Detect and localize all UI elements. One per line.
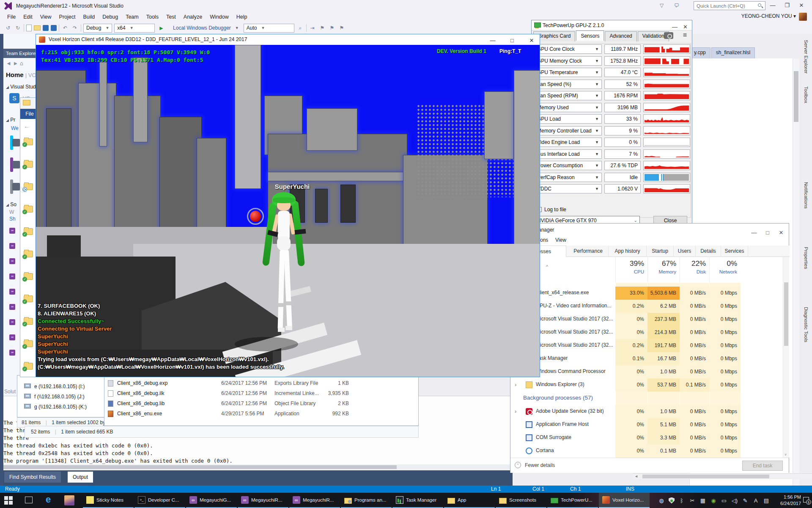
sort-indicator[interactable]: ^	[546, 264, 548, 269]
tab-find-symbol-results[interactable]: Find Symbol Results	[4, 472, 61, 483]
game-viewport[interactable]: SuperYuchi f:215 obj:933 hfo:0 spr:2 fon…	[36, 45, 540, 377]
file-row[interactable]: Client_x86_debug.exp 6/24/2017 12:56 PM …	[104, 378, 418, 388]
back-arrow-icon[interactable]: ←	[24, 122, 30, 130]
undo-icon[interactable]: ↶	[61, 24, 69, 32]
process-row[interactable]: Application Frame Host 0% 5.1 MB 0 MB/s …	[510, 418, 783, 431]
document-tab[interactable]: sh_finalizer.hlsl	[711, 47, 755, 58]
chevron-down-icon[interactable]: ▼	[595, 185, 599, 193]
sensor-label[interactable]: GPU Temperature▼	[534, 68, 602, 77]
sensor-label[interactable]: Memory Used▼	[534, 103, 602, 112]
vs-solution-icon[interactable]: ∞	[9, 319, 15, 325]
bluetooth-icon[interactable]: ᛒ	[678, 497, 685, 504]
vs-maximize-button[interactable]: ❐	[781, 2, 793, 8]
vs-solution-icon[interactable]: ∞	[9, 243, 15, 249]
taskbar-app-button[interactable]: MegayuchiR...	[289, 493, 340, 508]
open-file-icon[interactable]	[34, 25, 41, 30]
folder-tree-item[interactable]: ⟳	[24, 183, 34, 206]
sensor-label[interactable]: Bus Interface Load▼	[534, 149, 602, 159]
tm-minimize-button[interactable]: —	[748, 226, 760, 239]
tm-scrollbar[interactable]: ˅	[783, 257, 789, 458]
taskbar-app-button[interactable]: Sticky Notes	[83, 493, 134, 508]
task-view-button[interactable]	[25, 497, 33, 503]
game-close-button[interactable]: ✕	[525, 35, 538, 46]
quick-launch-input[interactable]	[694, 1, 765, 10]
folder-tree-item[interactable]: ✓	[24, 161, 34, 183]
show-link-fragment[interactable]: Sh	[9, 216, 16, 222]
taskbar-app-button[interactable]: MegayuchiR...	[238, 493, 288, 508]
vs-menu-item[interactable]: Build	[79, 13, 99, 21]
nvidia-icon[interactable]: ◉	[710, 497, 717, 504]
save-icon[interactable]	[43, 25, 49, 31]
folder-tree-item[interactable]: ✓	[24, 206, 34, 228]
tm-tab-users[interactable]: Users	[674, 246, 696, 257]
vs-solution-icon[interactable]: ∞	[9, 258, 15, 264]
vs-menu-item[interactable]: Project	[55, 13, 80, 21]
log-to-file-checkbox[interactable]: Log to file	[537, 207, 566, 213]
display-icon[interactable]: ▭	[721, 497, 727, 504]
taskbar-app-button[interactable]: Screenshots	[496, 493, 546, 508]
pen-icon[interactable]: ✎	[742, 497, 749, 504]
process-row[interactable]: › Windows Explorer (3) 0% 53.7 MB 0.1 MB…	[510, 378, 783, 392]
team-explorer-home[interactable]: Home | VOX	[6, 71, 40, 78]
remote-grid-icon[interactable]: ▦	[700, 497, 706, 504]
sensor-label[interactable]: Fan Speed (%)▼	[534, 80, 602, 89]
gpuz-tab[interactable]: Sensors	[576, 30, 604, 41]
gpuz-close-button[interactable]: ✕	[683, 22, 688, 32]
solution-platform-dropdown[interactable]: x64▼	[114, 24, 155, 33]
tool-window-tab[interactable]: Diagnostic Tools	[804, 307, 809, 342]
hamburger-menu-icon[interactable]: ≡	[683, 31, 687, 39]
tm-tab-startup[interactable]: Startup	[647, 246, 674, 257]
process-row[interactable]: Client_x64_release.exe 33.0% 5,503.6 MB …	[510, 287, 783, 300]
team-explorer-nav[interactable]: ◄ ► ⌂	[6, 60, 23, 66]
sensor-label[interactable]: GPU Load▼	[534, 114, 602, 124]
feedback-icon[interactable]: 🗩	[674, 3, 679, 8]
chevron-down-icon[interactable]: ▼	[595, 68, 599, 77]
file-row[interactable]: Client_x86_debug.lib 6/24/2017 12:56 PM …	[104, 398, 418, 409]
process-row[interactable]: GPU-Z - Video card Information... 0.2% 6…	[510, 300, 783, 313]
vs-minimize-button[interactable]: —	[766, 2, 779, 8]
chevron-down-icon[interactable]: ▼	[595, 127, 599, 135]
vs-solution-icon[interactable]: ∞	[9, 334, 15, 340]
process-row[interactable]: Task Manager 0.1% 16.7 MB 0 MB/s 0 Mbps	[510, 352, 783, 365]
section-project[interactable]: ◢ Pr	[6, 117, 15, 123]
tm-menu-view[interactable]: View	[555, 237, 566, 243]
tool-window-tab[interactable]: Server Explorer	[804, 40, 809, 74]
folder-tree-item[interactable]: ✓	[24, 228, 34, 251]
vs-menu-item[interactable]: Window	[206, 13, 232, 21]
sensor-label[interactable]: GPU Memory Clock▼	[534, 56, 602, 66]
folder-tree-item[interactable]: ✓	[24, 318, 34, 340]
start-button[interactable]	[4, 496, 13, 505]
volume-icon[interactable]: ◁)	[731, 497, 738, 504]
document-tab[interactable]: y.cpp	[689, 47, 710, 58]
chevron-down-icon[interactable]: ▼	[595, 57, 599, 65]
game-minimize-button[interactable]: —	[486, 35, 499, 46]
tool-window-tab[interactable]: Properties	[804, 247, 809, 269]
save-all-icon[interactable]	[51, 25, 57, 31]
screenshot-camera-icon[interactable]	[664, 32, 673, 39]
vs-menu-item[interactable]: Analyze	[180, 13, 206, 21]
output-horizontal-scrollbar[interactable]	[3, 464, 513, 470]
defender-shield-icon[interactable]	[669, 497, 675, 504]
process-row[interactable]: COM Surrogate 0% 3.3 MB 0 MB/s 0 Mbps	[510, 431, 783, 444]
tm-col-disk[interactable]: 22%Disk	[680, 257, 709, 283]
chevron-down-icon[interactable]: ▼	[595, 150, 599, 158]
chevron-down-icon[interactable]: ▼	[595, 45, 599, 53]
vs-menu-item[interactable]: Tools	[143, 13, 162, 21]
new-file-icon[interactable]	[26, 25, 32, 31]
vs-solution-icon[interactable]: ∞	[9, 273, 15, 279]
vs-close-button[interactable]: ✕	[795, 2, 808, 8]
avatar[interactable]	[799, 13, 807, 21]
vs-menu-item[interactable]: Test	[162, 13, 180, 21]
vs-account-name[interactable]: YEONG-CHEON YOU ▾	[741, 13, 796, 19]
taskbar-app-button[interactable]: Programs an...	[341, 493, 392, 508]
navigate-back-icon[interactable]: ↺	[4, 24, 12, 32]
taskbar-app-button[interactable]: TechPowerU...	[547, 493, 598, 508]
snip-icon[interactable]: ✂	[689, 497, 696, 504]
vs-menu-item[interactable]: Team	[122, 13, 143, 21]
folder-tree-item[interactable]: ✓	[24, 273, 34, 295]
tab-output[interactable]: Output	[68, 472, 93, 483]
section-visual-studio[interactable]: ◢ Visual Stud	[6, 84, 36, 90]
taskbar-app-button[interactable]: Voxel Horizo...	[599, 493, 650, 508]
pinned-app-icon[interactable]	[64, 495, 74, 505]
tm-col-cpu[interactable]: 39%CPU	[615, 257, 647, 283]
